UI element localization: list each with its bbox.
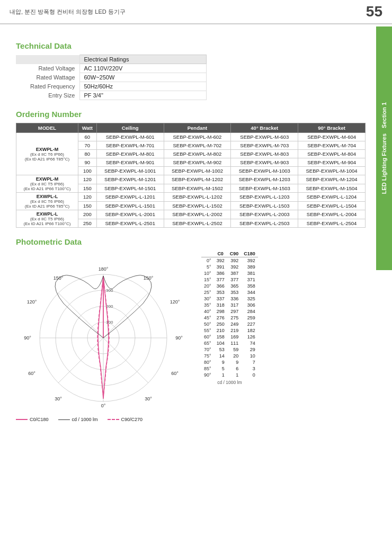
model-cell: EXWPL-M(Ex d IIC T6 IP66)(Ex tD A21 IP66… xyxy=(16,133,78,175)
angle-cell: 20° xyxy=(201,283,214,289)
legend-label-cd: cd / 1000 lm xyxy=(72,417,98,422)
technical-data-heading: Technical Data xyxy=(16,41,366,50)
photo-col-c0: C0 xyxy=(214,251,227,257)
legend-line-dash xyxy=(108,419,119,420)
list-item: SEBP-EXWPL-M-1501 xyxy=(96,184,164,193)
list-item: SEBP-EXWPL-L-1501 xyxy=(96,201,164,210)
list-item: SEBP-EXWPL-M-1004 xyxy=(298,167,366,175)
list-item: SEBP-EXWPL-M-601 xyxy=(96,133,164,141)
list-item: 377 xyxy=(227,276,242,283)
watt-cell: 60 xyxy=(78,133,96,141)
tech-label-entry: Entry Size xyxy=(16,91,79,100)
order-table-header: MODEL Watt Ceiling Pendant 40° Bracket 9… xyxy=(16,123,366,133)
main-content: Technical Data Electrical Ratings Rated … xyxy=(0,24,392,430)
legend-line-black xyxy=(58,419,70,420)
list-item: SEBP-EXWPL-M-1001 xyxy=(96,167,164,175)
list-item: 6 xyxy=(227,365,242,372)
list-item: 353 xyxy=(227,289,242,296)
svg-text:100: 100 xyxy=(106,320,113,325)
list-item: SEBP-EXWPL-L-1201 xyxy=(96,193,164,202)
list-item: 318 xyxy=(214,302,227,308)
col-ceiling: Ceiling xyxy=(96,123,164,133)
watt-cell: 250 xyxy=(78,219,96,228)
list-item: 325 xyxy=(241,296,258,302)
tech-row-wattage: Rated Wattage 60W~250W xyxy=(16,73,207,82)
model-cell: EXWPL-M(Ex d IIC T5 IP66)(Ex tD A21 IP66… xyxy=(16,175,78,193)
list-item: 392 xyxy=(227,264,242,270)
table-row: 5°391392389 xyxy=(201,264,258,270)
list-item: SEBP-EXWPL-M-1204 xyxy=(298,175,366,184)
angle-cell: 35° xyxy=(201,302,214,308)
list-item: 391 xyxy=(214,264,227,270)
list-item: 392 xyxy=(214,257,227,264)
legend-label-c0c180: C0/C180 xyxy=(30,417,49,422)
tech-label-frequency: Rated Frequency xyxy=(16,82,79,91)
svg-text:30°: 30° xyxy=(145,396,152,401)
list-item: SEBP-EXWPL-L-1503 xyxy=(231,201,298,210)
watt-cell: 80 xyxy=(78,150,96,158)
photo-table-header: C0 C90 C180 xyxy=(201,251,258,257)
table-row: 45°276275259 xyxy=(201,315,258,321)
list-item: SEBP-EXWPL-M-801 xyxy=(96,150,164,158)
table-row: 20°366365358 xyxy=(201,283,258,289)
col-90bracket: 90° Bracket xyxy=(298,123,366,133)
table-row: 60°158169126 xyxy=(201,334,258,340)
angle-cell: 10° xyxy=(201,270,214,276)
list-item: SEBP-EXWPL-M-1203 xyxy=(231,175,298,184)
list-item: 365 xyxy=(227,283,242,289)
watt-cell: 120 xyxy=(78,193,96,202)
angle-cell: 55° xyxy=(201,327,214,334)
legend-c90c270: C90/C270 xyxy=(108,417,143,422)
tech-row-frequency: Rated Frequency 50Hz/60Hz xyxy=(16,82,207,91)
list-item: 169 xyxy=(227,334,242,340)
list-item: 0 xyxy=(241,372,258,378)
svg-text:0°: 0° xyxy=(101,403,106,408)
list-item: 5 xyxy=(214,365,227,372)
list-item: 337 xyxy=(214,296,227,302)
list-item: 250 xyxy=(214,321,227,327)
table-row: 15°377377371 xyxy=(201,276,258,283)
list-item: SEBP-EXWPL-L-2004 xyxy=(298,210,366,219)
table-row: 75°142010 xyxy=(201,353,258,359)
list-item: 284 xyxy=(241,308,258,315)
legend-line-pink xyxy=(16,419,28,420)
table-row: 30°337336325 xyxy=(201,296,258,302)
angle-cell: 70° xyxy=(201,346,214,353)
list-item: 386 xyxy=(214,270,227,276)
watt-cell: 150 xyxy=(78,184,96,193)
list-item: 182 xyxy=(241,327,258,334)
ordering-number-heading: Ordering Number xyxy=(16,110,366,119)
list-item: SEBP-EXWPL-M-903 xyxy=(231,158,298,167)
angle-cell: 65° xyxy=(201,340,214,346)
tech-row-voltage: Rated Voltage AC 110V/220V xyxy=(16,64,207,73)
list-item: SEBP-EXWPL-L-2001 xyxy=(96,210,164,219)
list-item: 344 xyxy=(241,289,258,296)
table-row: EXWPL-L(Ex d IIC T5 IP66)(Ex tD A21 IP66… xyxy=(16,210,366,219)
watt-cell: 100 xyxy=(78,167,96,175)
svg-text:60°: 60° xyxy=(171,371,179,376)
angle-cell: 40° xyxy=(201,308,214,315)
list-item: 1 xyxy=(227,372,242,378)
tech-row-entry: Entry Size PF 3/4" xyxy=(16,91,207,100)
list-item: SEBP-EXWPL-L-1203 xyxy=(231,193,298,202)
list-item: SEBP-EXWPL-M-1504 xyxy=(298,184,366,193)
list-item: SEBP-EXWPL-M-902 xyxy=(164,158,231,167)
table-row: 10°386387381 xyxy=(201,270,258,276)
list-item: 392 xyxy=(241,257,258,264)
list-item: 1 xyxy=(214,372,227,378)
list-item: SEBP-EXWPL-M-1503 xyxy=(231,184,298,193)
table-row: EXWPL-L(Ex d IIC T6 IP66)(Ex tD A21 IP66… xyxy=(16,193,366,202)
list-item: 392 xyxy=(227,257,242,264)
tech-value-frequency: 50Hz/60Hz xyxy=(79,82,207,91)
header-title: 내압, 분진 방폭형 컨비터 의장형 LED 등기구 xyxy=(10,8,126,16)
list-item: 259 xyxy=(241,315,258,321)
list-item: SEBP-EXWPL-M-802 xyxy=(164,150,231,158)
list-item: 306 xyxy=(241,302,258,308)
table-row: 55°210219182 xyxy=(201,327,258,334)
list-item: 276 xyxy=(214,315,227,321)
model-cell: EXWPL-L(Ex d IIC T5 IP66)(Ex tD A21 IP66… xyxy=(16,210,78,228)
photo-data-table: C0 C90 C180 0°3923923925°39139238910°386… xyxy=(201,251,258,386)
list-item: 7 xyxy=(241,359,258,365)
list-item: 29 xyxy=(241,346,258,353)
list-item: 387 xyxy=(227,270,242,276)
